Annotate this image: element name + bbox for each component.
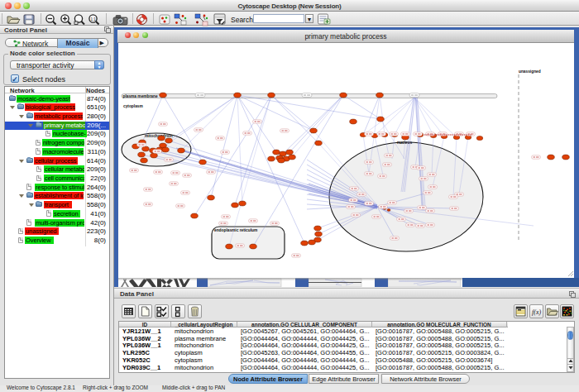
svg-text:1:1: 1:1: [91, 17, 97, 22]
svg-text:cytoplasm: cytoplasm: [123, 104, 143, 108]
svg-text:unassigned: unassigned: [519, 69, 541, 74]
svg-text:f(x): f(x): [532, 308, 541, 316]
svg-text:plasma membrane: plasma membrane: [123, 94, 158, 98]
svg-text:endoplasmic reticulum: endoplasmic reticulum: [214, 228, 257, 232]
